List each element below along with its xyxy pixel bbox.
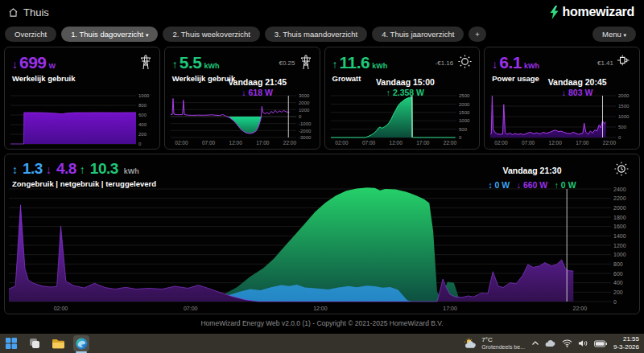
svg-text:17:00: 17:00 [256, 140, 270, 146]
onedrive-cloud-icon[interactable] [545, 339, 556, 347]
windows-taskbar: 7°C Grotendeels be... 21:55 9-3-2026 [0, 334, 644, 353]
logo-text: homewizard [563, 5, 634, 19]
svg-text:07:00: 07:00 [184, 306, 198, 311]
weather-widget[interactable]: 7°C Grotendeels be... [464, 337, 525, 350]
svg-text:02:00: 02:00 [54, 306, 68, 311]
tab-thuis-dagoverzicht[interactable]: 1. Thuis dagoverzicht ▾ [61, 27, 158, 42]
svg-text:600: 600 [613, 271, 623, 277]
wifi-icon[interactable] [562, 339, 572, 347]
current-usage-chart[interactable]: 10008006004002000 [9, 93, 156, 146]
chevron-up-icon[interactable] [531, 340, 539, 347]
tab-thuis-jaaroverzicht[interactable]: 4. Thuis jaaroverzicht [372, 27, 464, 42]
svg-text:1500: 1500 [618, 104, 630, 109]
panel-growatt: ↑ 11.6 kWh -€1.16 Growatt Vandaag 15:00 … [324, 47, 481, 150]
add-tab-button[interactable]: + [469, 27, 486, 42]
svg-text:2000: 2000 [459, 102, 470, 107]
svg-text:400: 400 [613, 280, 623, 285]
svg-text:22:00: 22:00 [573, 306, 588, 311]
tab-bar: Overzicht 1. Thuis dagoverzicht ▾ 2. Thu… [0, 24, 644, 45]
speaker-icon[interactable] [578, 339, 588, 347]
down-arrow-icon: ↓ [46, 163, 52, 176]
svg-text:1600: 1600 [613, 224, 626, 229]
price-value: €0.25 [279, 60, 295, 67]
page-title-group: Thuis [8, 6, 49, 18]
svg-text:17:00: 17:00 [576, 140, 589, 146]
solar-unit: kWh [372, 62, 387, 70]
up-arrow-icon: ↑ [332, 58, 338, 71]
totals-unit: kWh [124, 167, 139, 175]
svg-text:02:00: 02:00 [495, 140, 509, 146]
svg-text:1000: 1000 [459, 118, 470, 123]
cursor-readout: Vandaag 15:00 ↑ 2.358 W [349, 77, 462, 97]
panel-power-usage: ↓ 6.1 kWh €1.41 Power usage Vandaag 20:4… [484, 47, 640, 150]
clock-date: 9-3-2026 [613, 343, 639, 351]
svg-text:200: 200 [613, 289, 623, 295]
weather-temp: 7°C [481, 337, 525, 344]
svg-text:1000: 1000 [618, 114, 630, 119]
svg-text:02:00: 02:00 [175, 140, 188, 146]
transmission-tower-icon [299, 54, 313, 70]
netgebruik-total: 4.8 [56, 160, 76, 178]
svg-text:1400: 1400 [613, 233, 626, 239]
svg-text:800: 800 [138, 103, 147, 108]
svg-text:2000: 2000 [299, 101, 310, 105]
svg-text:22:00: 22:00 [443, 140, 456, 146]
svg-text:0: 0 [613, 299, 617, 305]
growatt-chart[interactable]: 2500200015001000500002:0007:0012:0017:00… [329, 93, 477, 146]
cursor-value: ↓ 618 W [213, 88, 302, 98]
price-value: -€1.16 [436, 60, 454, 67]
homewizard-logo: homewizard [549, 5, 634, 19]
up-arrow-icon: ↑ [80, 163, 85, 176]
svg-text:-1000: -1000 [299, 121, 312, 126]
svg-text:12:00: 12:00 [549, 140, 563, 146]
cursor-readout: Vandaag 20:45 ↓ 803 W [533, 77, 621, 97]
zongebruik-total: 1.3 [23, 160, 43, 178]
cursor-zongebruik: ↕ 0 W [488, 180, 510, 190]
cursor-value: ↑ 2.358 W [349, 88, 462, 98]
windows-start-icon[interactable] [3, 335, 19, 351]
system-tray [531, 339, 607, 347]
up-arrow-icon: ↑ [172, 58, 178, 71]
tab-thuis-maandoverzicht[interactable]: 3. Thuis maandoverzicht [265, 27, 367, 42]
day-usage-value: 5.5 [180, 53, 202, 72]
energy-overview-chart[interactable]: 2400220020001800160014001200100080060040… [6, 185, 638, 312]
svg-text:17:00: 17:00 [443, 306, 457, 311]
tab-overzicht[interactable]: Overzicht [5, 27, 56, 42]
taskbar-clock[interactable]: 21:55 9-3-2026 [613, 335, 639, 351]
panel-energie-overzicht: ↕ 1.3 ↓ 4.8 ↑ 10.3 kWh Zongebruik | netg… [4, 154, 640, 314]
current-usage-unit: W [49, 62, 56, 70]
cursor-netgebruik: ↓ 660 W [517, 180, 548, 190]
day-usage-chart[interactable]: 3000200010000-1000-2000-300002:0007:0012… [169, 93, 316, 146]
dashboard-panels-row: ↓ 699 W Werkelijk gebruik 10008006004002… [0, 45, 644, 150]
current-usage-value: 699 [19, 53, 47, 72]
day-usage-unit: kWh [204, 62, 219, 70]
cursor-date: Vandaag 15:00 [349, 77, 462, 88]
svg-text:2000: 2000 [613, 205, 626, 211]
cursor-date: Vandaag 20:45 [533, 77, 621, 88]
svg-text:22:00: 22:00 [603, 140, 617, 146]
cursor-date: Vandaag 21:30 [440, 166, 625, 176]
tab-thuis-weekoverzicht[interactable]: 2. Thuis weekoverzicht [163, 27, 259, 42]
lightning-bolt-icon [549, 6, 559, 19]
cursor-date: Vandaag 21:45 [213, 77, 302, 88]
battery-icon[interactable] [594, 340, 607, 347]
svg-text:500: 500 [459, 127, 468, 132]
panel-werkelijk-gebruik-nu: ↓ 699 W Werkelijk gebruik 10008006004002… [4, 47, 160, 150]
file-explorer-icon[interactable] [50, 335, 66, 351]
menu-button[interactable]: Menu ▾ [592, 27, 636, 42]
svg-text:07:00: 07:00 [202, 140, 216, 146]
svg-text:12:00: 12:00 [229, 140, 242, 146]
svg-text:0: 0 [299, 114, 302, 119]
svg-text:07:00: 07:00 [522, 140, 535, 146]
task-view-icon[interactable] [27, 335, 43, 351]
svg-text:17:00: 17:00 [416, 140, 430, 146]
edge-browser-icon[interactable] [73, 335, 89, 351]
cursor-value: ↓ 803 W [533, 88, 621, 98]
clock-time: 21:55 [613, 335, 639, 343]
svg-text:500: 500 [618, 125, 627, 129]
updown-arrow-icon: ↕ [12, 163, 18, 176]
power-usage-chart[interactable]: 200015001000500002:0007:0012:0017:0022:0… [489, 93, 636, 146]
plug-icon [617, 54, 633, 67]
svg-text:0: 0 [618, 135, 621, 140]
down-arrow-icon: ↓ [12, 58, 18, 71]
